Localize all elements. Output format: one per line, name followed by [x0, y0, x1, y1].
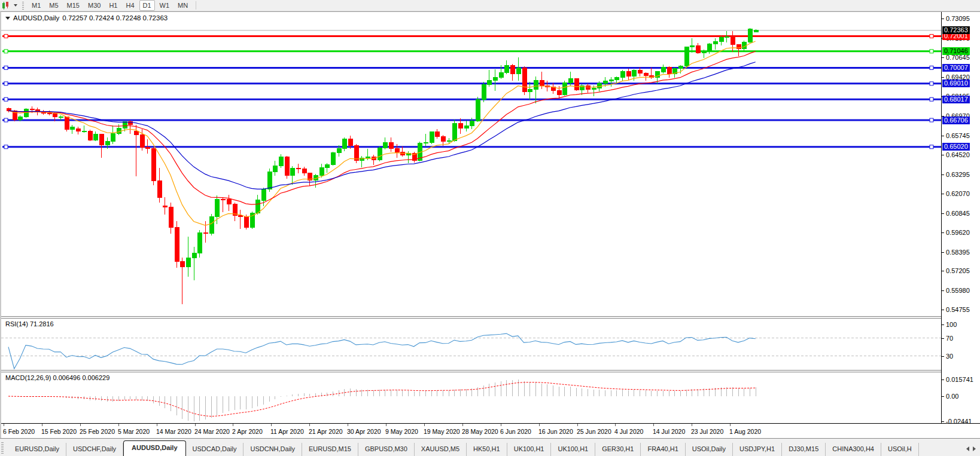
- date-tick-label: 23 Jul 2020: [691, 428, 723, 435]
- line-handle[interactable]: [930, 34, 933, 38]
- date-tick-label: 21 Apr 2020: [309, 428, 343, 435]
- date-tick: [577, 424, 578, 426]
- scroll-tabs-right-icon[interactable]: [973, 446, 976, 451]
- chart-tab-audusd-daily[interactable]: AUDUSD,Daily: [123, 440, 185, 456]
- price-tick-label: 0.62070: [946, 191, 970, 197]
- axis-tick: [942, 421, 944, 422]
- timeframe-buttons: M1M5M15M30H1H4D1W1MN: [28, 0, 192, 11]
- line-handle[interactable]: [930, 50, 933, 53]
- timeframe-button-m5[interactable]: M5: [45, 0, 62, 11]
- chart-tab-eurusd-daily[interactable]: EURUSD,Daily: [8, 443, 66, 456]
- macd-tick-label: 0.015741: [946, 377, 973, 383]
- pane-border: [1, 370, 980, 371]
- chart-tab-uk100-h1[interactable]: UK100,H1: [551, 443, 595, 456]
- line-handle[interactable]: [4, 50, 8, 53]
- axis-tick: [942, 380, 944, 380]
- macd-pane: [1, 372, 941, 423]
- line-handle[interactable]: [930, 145, 933, 149]
- line-handle[interactable]: [930, 118, 933, 122]
- chart-tab-usdjpy-h1[interactable]: USDJPY,H1: [733, 443, 782, 456]
- chart-tabs: EURUSD,DailyUSDCHF,DailyAUDUSD,DailyUSDC…: [8, 439, 964, 456]
- date-tick-label: 25 Feb 2020: [80, 428, 115, 435]
- date-tick: [157, 424, 157, 426]
- price-tick-label: 0.59620: [946, 229, 970, 236]
- line-handle[interactable]: [930, 82, 933, 85]
- timeframe-button-mn[interactable]: MN: [174, 0, 191, 11]
- date-tick-label: 28 May 2020: [462, 428, 498, 435]
- macd-histogram: [9, 380, 756, 421]
- date-tick: [271, 424, 272, 426]
- chart-tab-gbpusd-m30[interactable]: GBPUSD,M30: [358, 443, 415, 456]
- axis-tick: [942, 213, 944, 214]
- chart-tab-usoil-h[interactable]: USOil,H: [881, 443, 919, 456]
- axis-tick: [942, 290, 944, 291]
- date-tick: [4, 424, 4, 426]
- line-handle[interactable]: [4, 34, 8, 38]
- date-tick: [80, 424, 81, 426]
- collapse-indicator-icon[interactable]: [5, 17, 10, 20]
- date-tick: [195, 424, 196, 426]
- line-handle[interactable]: [930, 97, 933, 101]
- price-tick-label: 0.73095: [946, 16, 970, 22]
- date-tick-label: 14 Mar 2020: [156, 428, 191, 435]
- timeframe-button-m1[interactable]: M1: [28, 0, 44, 11]
- chart-tab-usdchf-daily[interactable]: USDCHF,Daily: [66, 443, 123, 456]
- pane-border: [1, 316, 980, 317]
- chart-tab-usoil-daily[interactable]: USOil,Daily: [686, 443, 733, 456]
- date-tick: [386, 424, 386, 426]
- rsi-tick-label: 30: [946, 353, 953, 360]
- pane-splitter[interactable]: [1, 372, 980, 372]
- axis-tick: [942, 155, 944, 155]
- hline-price-badge: 0.71046: [942, 47, 970, 55]
- date-tick-label: 16 Jun 2020: [538, 428, 573, 435]
- timeframe-button-m30[interactable]: M30: [84, 0, 104, 11]
- timeframe-button-h1[interactable]: H1: [105, 0, 121, 11]
- date-tick-label: 19 May 2020: [424, 428, 460, 435]
- date-tick: [462, 424, 463, 426]
- toolbar-grip[interactable]: [22, 2, 24, 10]
- candlestick-chart-icon[interactable]: [2, 2, 11, 10]
- axis-tick: [942, 194, 944, 194]
- scroll-tabs-left-icon[interactable]: [966, 446, 969, 451]
- timeframe-button-h4[interactable]: H4: [122, 0, 138, 11]
- chart-tab-dj30-m15[interactable]: DJ30,M15: [782, 443, 826, 456]
- timeframe-button-d1[interactable]: D1: [139, 0, 155, 11]
- date-tick-label: 14 Jul 2020: [653, 428, 685, 435]
- price-chart-pane: [1, 12, 941, 316]
- line-handle[interactable]: [4, 145, 8, 149]
- date-axis: 6 Feb 202015 Feb 202025 Feb 20205 Mar 20…: [1, 423, 980, 439]
- axis-tick: [942, 325, 944, 325]
- timeframe-button-w1[interactable]: W1: [156, 0, 174, 11]
- timeframe-button-m15[interactable]: M15: [63, 0, 83, 11]
- pane-splitter[interactable]: [1, 318, 980, 319]
- price-tick-label: 0.70645: [946, 54, 970, 61]
- price-tick-label: 0.64520: [946, 152, 970, 158]
- chart-tab-hk50-h1[interactable]: HK50,H1: [467, 443, 507, 456]
- chart-tab-eurusd-m15[interactable]: EURUSD,M15: [302, 443, 358, 456]
- line-handle[interactable]: [4, 118, 8, 122]
- chart-tab-china300-h4[interactable]: CHINA300,H4: [826, 443, 881, 456]
- chart-tab-uk100-h1[interactable]: UK100,H1: [507, 443, 552, 456]
- chart-tab-usdcnh-daily[interactable]: USDCNH,Daily: [244, 443, 302, 456]
- date-tick: [692, 424, 692, 426]
- chart-tab-xauusd-m5[interactable]: XAUUSD,M5: [415, 443, 467, 456]
- line-handle[interactable]: [4, 82, 8, 85]
- chart-tab-ger30-h1[interactable]: GER30,H1: [595, 443, 641, 456]
- symbol-label: AUDUSD,Daily: [13, 14, 59, 22]
- ohlc-values: 0.72257 0.72424 0.72248 0.72363: [62, 14, 168, 22]
- line-handle[interactable]: [930, 66, 933, 69]
- moving-average-34-line: [8, 62, 756, 189]
- line-handle[interactable]: [4, 66, 8, 69]
- toolbar-separator: [196, 1, 196, 10]
- chart-tab-usdcad-daily[interactable]: USDCAD,Daily: [186, 443, 244, 456]
- chart-type-dropdown-caret-icon[interactable]: [14, 4, 17, 7]
- line-handle[interactable]: [4, 97, 8, 101]
- axis-tick: [942, 310, 944, 310]
- macd-signal-line: [8, 382, 756, 417]
- rsi-indicator-label: RSI(14) 71.2816: [5, 320, 54, 328]
- date-tick-label: 5 Mar 2020: [118, 428, 150, 435]
- macd-indicator-label: MACD(12,26,9) 0.006496 0.006229: [5, 374, 109, 381]
- chart-tab-fra40-h1[interactable]: FRA40,H1: [641, 443, 685, 456]
- date-tick-label: 30 Apr 2020: [347, 428, 381, 435]
- current-price-badge: 0.72363: [942, 26, 970, 34]
